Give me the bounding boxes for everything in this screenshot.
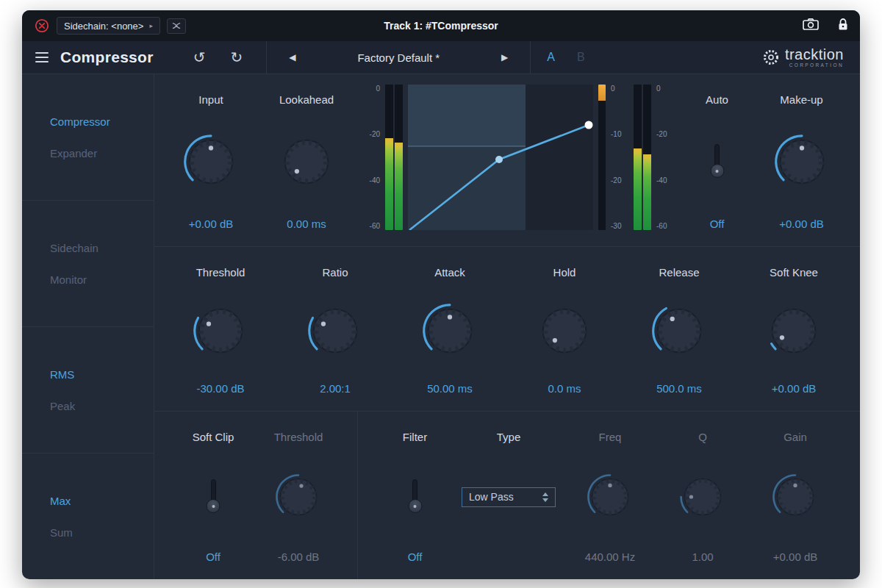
meter-scale-label: -10	[611, 130, 628, 138]
sidechain-selector[interactable]: Sidechain: <none> ▸	[57, 17, 160, 35]
softknee-knob[interactable]	[762, 299, 825, 362]
lookahead-knob[interactable]	[275, 130, 338, 193]
release-knob[interactable]	[648, 299, 711, 362]
routing-button[interactable]	[167, 18, 186, 34]
param-makeup: Make-up +0.00 dB	[752, 74, 851, 246]
brand-name: tracktion	[785, 47, 844, 62]
screenshot-button[interactable]	[803, 18, 819, 33]
sidebar-item-monitor[interactable]: Monitor	[50, 273, 154, 286]
sidebar-group-mode: Compressor Expander	[22, 74, 154, 201]
meter-scale-label: -20	[362, 130, 380, 138]
sidebar-group-detection: RMS Peak	[22, 327, 154, 453]
updown-arrows-icon	[542, 492, 548, 502]
freq-value[interactable]: 440.00 Hz	[585, 551, 635, 563]
gain-value[interactable]: +0.00 dB	[773, 551, 817, 563]
header: Compressor ↺ ↻ ◀ Factory Default * ▶ A B…	[22, 41, 860, 74]
input-value[interactable]: +0.00 dB	[189, 218, 233, 230]
close-button[interactable]	[34, 18, 50, 34]
sidebar-item-peak[interactable]: Peak	[50, 400, 154, 412]
input-meter-scale: 0 -20 -40 -60	[362, 85, 380, 230]
meter-scale-label: 0	[611, 85, 628, 93]
clip-threshold-knob[interactable]	[272, 470, 325, 523]
undo-button[interactable]: ↺	[193, 50, 206, 65]
makeup-value[interactable]: +0.00 dB	[779, 218, 823, 230]
sidebar: Compressor Expander Sidechain Monitor RM…	[22, 74, 154, 579]
close-icon	[35, 18, 49, 33]
param-threshold: Threshold -30.00 dB	[173, 247, 268, 411]
transfer-curve-graph[interactable]	[408, 85, 593, 230]
section-io: Input +0.00 dB Lookahead	[154, 74, 860, 247]
sidebar-group-sidechain: Sidechain Monitor	[22, 201, 154, 327]
param-label: Freq	[599, 431, 622, 443]
preset-next-button[interactable]: ▶	[501, 52, 508, 62]
filter-value[interactable]: Off	[408, 551, 423, 563]
sidebar-item-expander[interactable]: Expander	[50, 147, 154, 159]
ratio-knob[interactable]	[304, 299, 367, 362]
param-lookahead: Lookahead 0.00 ms	[259, 74, 354, 246]
filter-toggle[interactable]	[407, 479, 423, 514]
redo-button[interactable]: ↻	[230, 50, 243, 65]
param-label: Soft Knee	[770, 266, 818, 279]
param-softknee: Soft Knee +0.00 dB	[746, 247, 842, 411]
filter-panel: Filter Off Type Low Pass	[358, 412, 860, 579]
brand-logo: tracktion CORPORATION	[762, 47, 844, 68]
param-label: Soft Clip	[193, 431, 234, 443]
gain-reduction-scale: 0 -10 -20 -30	[611, 85, 628, 230]
sidebar-item-rms[interactable]: RMS	[50, 368, 154, 381]
lock-button[interactable]	[838, 18, 848, 34]
sidebar-item-max[interactable]: Max	[50, 495, 154, 507]
param-label: Q	[698, 431, 707, 443]
makeup-knob[interactable]	[770, 130, 833, 193]
param-label: Type	[497, 431, 521, 443]
threshold-value[interactable]: -30.00 dB	[196, 382, 244, 395]
ab-compare-a[interactable]: A	[547, 51, 555, 64]
q-value[interactable]: 1.00	[692, 551, 713, 563]
q-knob[interactable]	[676, 470, 729, 523]
release-value[interactable]: 500.0 ms	[656, 382, 702, 395]
left-arrow-icon: ◀	[289, 52, 295, 62]
sidebar-group-channel: Max Sum	[22, 453, 154, 579]
hold-knob[interactable]	[533, 299, 596, 362]
meter-scale-label: -60	[362, 222, 380, 230]
filter-type-dropdown[interactable]: Low Pass	[462, 487, 556, 507]
param-release: Release 500.0 ms	[631, 247, 727, 411]
curve-end-handle[interactable]	[585, 121, 593, 129]
meter-scale-label: -20	[656, 130, 674, 138]
input-knob[interactable]	[179, 130, 243, 193]
gain-knob[interactable]	[769, 470, 822, 523]
right-arrow-icon: ▶	[501, 52, 508, 62]
softknee-value[interactable]: +0.00 dB	[772, 382, 816, 395]
param-softclip: Soft Clip Off	[171, 412, 256, 579]
attack-knob[interactable]	[418, 299, 481, 362]
softclip-value[interactable]: Off	[206, 551, 220, 563]
sidechain-label: Sidechain: <none>	[64, 21, 143, 32]
sidebar-item-sum[interactable]: Sum	[50, 526, 154, 539]
undo-icon: ↺	[193, 49, 206, 65]
threshold-knob[interactable]	[189, 299, 252, 362]
preset-name[interactable]: Factory Default *	[357, 51, 440, 64]
param-label: Threshold	[274, 431, 323, 443]
auto-toggle[interactable]	[709, 144, 725, 179]
sidebar-item-compressor[interactable]: Compressor	[50, 115, 154, 128]
output-meter-scale: 0 -20 -40 -60	[656, 85, 674, 230]
sidebar-item-sidechain[interactable]: Sidechain	[50, 242, 154, 254]
attack-value[interactable]: 50.00 ms	[427, 382, 473, 395]
clip-threshold-value[interactable]: -6.00 dB	[278, 551, 320, 563]
output-meter	[634, 85, 651, 230]
param-label: Threshold	[196, 266, 245, 279]
preset-prev-button[interactable]: ◀	[289, 52, 295, 62]
softclip-toggle[interactable]	[205, 479, 221, 514]
preset-navigator: ◀ Factory Default * ▶	[267, 51, 530, 64]
routing-icon	[171, 21, 182, 30]
auto-value[interactable]: Off	[710, 218, 725, 230]
menu-button[interactable]	[35, 52, 49, 63]
param-filter-type: Type Low Pass	[457, 412, 560, 579]
hold-value[interactable]: 0.0 ms	[548, 382, 581, 395]
param-freq: Freq 440.00 Hz	[567, 412, 653, 579]
knee-handle[interactable]	[495, 156, 503, 163]
ratio-value[interactable]: 2.00:1	[320, 382, 351, 395]
ab-compare-b[interactable]: B	[577, 51, 585, 64]
param-q: Q 1.00	[660, 412, 745, 579]
freq-knob[interactable]	[584, 470, 637, 523]
lookahead-value[interactable]: 0.00 ms	[287, 218, 326, 230]
